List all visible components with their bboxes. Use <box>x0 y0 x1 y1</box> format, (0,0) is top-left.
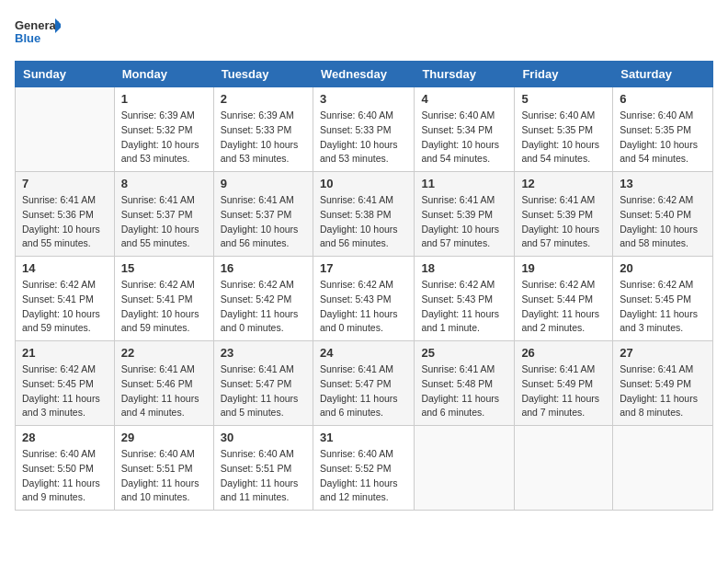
daylight-text: Daylight: 10 hours and 59 minutes. <box>121 308 199 334</box>
sunrise-text: Sunrise: 6:40 AM <box>320 109 393 121</box>
weekday-header-row: SundayMondayTuesdayWednesdayThursdayFrid… <box>16 62 713 87</box>
logo-svg: General Blue <box>15 15 61 52</box>
sunrise-text: Sunrise: 6:41 AM <box>620 363 693 374</box>
sunrise-text: Sunrise: 6:40 AM <box>521 109 595 121</box>
daylight-text: Daylight: 10 hours and 56 minutes. <box>221 224 299 249</box>
page-header: General Blue <box>15 15 713 52</box>
cell-info: Sunrise: 6:42 AM Sunset: 5:45 PM Dayligh… <box>22 362 108 420</box>
cell-info: Sunrise: 6:41 AM Sunset: 5:49 PM Dayligh… <box>521 362 606 420</box>
daylight-text: Daylight: 10 hours and 57 minutes. <box>521 224 599 249</box>
calendar-week-3: 14 Sunrise: 6:42 AM Sunset: 5:41 PM Dayl… <box>16 257 713 341</box>
sunrise-text: Sunrise: 6:42 AM <box>521 279 595 290</box>
weekday-header-saturday: Saturday <box>613 62 713 87</box>
sunrise-text: Sunrise: 6:41 AM <box>521 363 595 374</box>
day-number: 17 <box>320 261 407 275</box>
sunset-text: Sunset: 5:32 PM <box>121 124 193 135</box>
weekday-header-thursday: Thursday <box>415 62 515 87</box>
day-number: 14 <box>22 261 108 275</box>
day-number: 21 <box>22 346 108 360</box>
calendar-cell: 1 Sunrise: 6:39 AM Sunset: 5:32 PM Dayli… <box>114 87 213 172</box>
sunrise-text: Sunrise: 6:41 AM <box>521 194 595 205</box>
sunrise-text: Sunrise: 6:41 AM <box>320 363 393 374</box>
day-number: 15 <box>121 261 207 275</box>
calendar-cell: 22 Sunrise: 6:41 AM Sunset: 5:46 PM Dayl… <box>114 341 213 426</box>
cell-info: Sunrise: 6:40 AM Sunset: 5:50 PM Dayligh… <box>22 447 108 505</box>
day-number: 18 <box>421 261 507 275</box>
day-number: 30 <box>221 431 306 444</box>
daylight-text: Daylight: 11 hours and 0 minutes. <box>320 308 398 334</box>
day-number: 11 <box>421 177 507 190</box>
cell-info: Sunrise: 6:40 AM Sunset: 5:52 PM Dayligh… <box>320 447 407 505</box>
daylight-text: Daylight: 11 hours and 9 minutes. <box>22 477 100 503</box>
day-number: 23 <box>221 346 306 360</box>
day-number: 25 <box>421 346 507 360</box>
calendar-cell: 20 Sunrise: 6:42 AM Sunset: 5:45 PM Dayl… <box>613 257 713 341</box>
calendar-cell <box>613 426 713 511</box>
calendar-cell: 18 Sunrise: 6:42 AM Sunset: 5:43 PM Dayl… <box>415 257 515 341</box>
calendar-cell <box>415 426 515 511</box>
calendar-week-5: 28 Sunrise: 6:40 AM Sunset: 5:50 PM Dayl… <box>16 426 713 511</box>
day-number: 4 <box>421 92 507 106</box>
sunrise-text: Sunrise: 6:39 AM <box>221 109 294 121</box>
calendar-cell: 16 Sunrise: 6:42 AM Sunset: 5:42 PM Dayl… <box>213 257 313 341</box>
cell-info: Sunrise: 6:41 AM Sunset: 5:39 PM Dayligh… <box>421 193 507 251</box>
day-number: 31 <box>320 431 407 444</box>
sunset-text: Sunset: 5:47 PM <box>320 378 392 389</box>
cell-info: Sunrise: 6:42 AM Sunset: 5:43 PM Dayligh… <box>320 278 407 336</box>
sunset-text: Sunset: 5:45 PM <box>22 378 94 389</box>
logo: General Blue <box>15 15 61 52</box>
sunset-text: Sunset: 5:33 PM <box>221 124 292 135</box>
sunset-text: Sunset: 5:34 PM <box>421 124 493 135</box>
cell-info: Sunrise: 6:41 AM Sunset: 5:46 PM Dayligh… <box>121 362 207 420</box>
day-number: 13 <box>620 177 706 190</box>
sunset-text: Sunset: 5:35 PM <box>521 124 593 135</box>
day-number: 10 <box>320 177 407 190</box>
calendar-cell: 27 Sunrise: 6:41 AM Sunset: 5:49 PM Dayl… <box>613 341 713 426</box>
day-number: 12 <box>521 177 606 190</box>
daylight-text: Daylight: 10 hours and 56 minutes. <box>320 224 398 249</box>
day-number: 19 <box>521 261 606 275</box>
cell-info: Sunrise: 6:42 AM Sunset: 5:43 PM Dayligh… <box>421 278 507 336</box>
sunrise-text: Sunrise: 6:41 AM <box>421 363 495 374</box>
cell-info: Sunrise: 6:41 AM Sunset: 5:47 PM Dayligh… <box>320 362 407 420</box>
daylight-text: Daylight: 10 hours and 53 minutes. <box>320 139 398 165</box>
daylight-text: Daylight: 11 hours and 4 minutes. <box>121 393 199 419</box>
day-number: 24 <box>320 346 407 360</box>
calendar-table: SundayMondayTuesdayWednesdayThursdayFrid… <box>15 61 713 511</box>
cell-info: Sunrise: 6:42 AM Sunset: 5:42 PM Dayligh… <box>221 278 306 336</box>
sunrise-text: Sunrise: 6:42 AM <box>620 194 693 205</box>
sunrise-text: Sunrise: 6:41 AM <box>421 194 495 205</box>
sunrise-text: Sunrise: 6:42 AM <box>620 279 693 290</box>
sunrise-text: Sunrise: 6:41 AM <box>121 194 195 205</box>
day-number: 20 <box>620 261 706 275</box>
sunrise-text: Sunrise: 6:41 AM <box>221 363 294 374</box>
sunset-text: Sunset: 5:52 PM <box>320 463 392 474</box>
calendar-cell: 8 Sunrise: 6:41 AM Sunset: 5:37 PM Dayli… <box>114 172 213 257</box>
sunset-text: Sunset: 5:39 PM <box>521 209 593 220</box>
calendar-cell: 9 Sunrise: 6:41 AM Sunset: 5:37 PM Dayli… <box>213 172 313 257</box>
day-number: 2 <box>221 92 306 106</box>
cell-info: Sunrise: 6:40 AM Sunset: 5:35 PM Dayligh… <box>521 109 606 167</box>
weekday-header-monday: Monday <box>114 62 213 87</box>
sunset-text: Sunset: 5:43 PM <box>421 293 493 304</box>
sunset-text: Sunset: 5:44 PM <box>521 293 593 304</box>
sunset-text: Sunset: 5:43 PM <box>320 293 392 304</box>
daylight-text: Daylight: 11 hours and 3 minutes. <box>22 393 100 419</box>
daylight-text: Daylight: 11 hours and 6 minutes. <box>320 393 398 419</box>
sunset-text: Sunset: 5:41 PM <box>22 293 94 304</box>
daylight-text: Daylight: 11 hours and 5 minutes. <box>221 393 299 419</box>
sunset-text: Sunset: 5:51 PM <box>121 463 193 474</box>
sunrise-text: Sunrise: 6:40 AM <box>121 448 195 459</box>
cell-info: Sunrise: 6:41 AM Sunset: 5:36 PM Dayligh… <box>22 193 108 251</box>
sunset-text: Sunset: 5:41 PM <box>121 293 193 304</box>
calendar-cell: 12 Sunrise: 6:41 AM Sunset: 5:39 PM Dayl… <box>515 172 613 257</box>
sunset-text: Sunset: 5:46 PM <box>121 378 193 389</box>
sunset-text: Sunset: 5:33 PM <box>320 124 392 135</box>
calendar-cell: 17 Sunrise: 6:42 AM Sunset: 5:43 PM Dayl… <box>313 257 414 341</box>
sunrise-text: Sunrise: 6:42 AM <box>421 279 495 290</box>
daylight-text: Daylight: 10 hours and 55 minutes. <box>22 224 100 249</box>
day-number: 6 <box>620 92 706 106</box>
sunrise-text: Sunrise: 6:41 AM <box>22 194 96 205</box>
sunrise-text: Sunrise: 6:42 AM <box>320 279 393 290</box>
sunrise-text: Sunrise: 6:40 AM <box>22 448 96 459</box>
